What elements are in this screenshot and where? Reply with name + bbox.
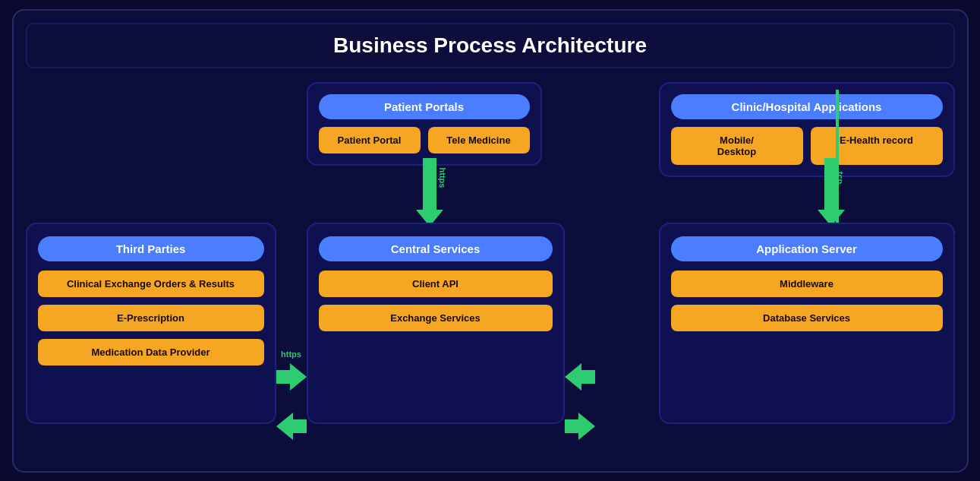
tcp-down-arrow: tcp <box>818 158 845 226</box>
central-services-title: Central Services <box>319 236 553 261</box>
client-api-btn: Client API <box>319 271 553 297</box>
patient-portal-btn: Patient Portal <box>319 127 421 153</box>
patient-portals-box: Patient Portals Patient Portal Tele Medi… <box>307 82 542 166</box>
app-central-shaft <box>581 370 595 384</box>
https-right-arrow: https <box>276 363 307 391</box>
middleware-btn: Middleware <box>671 271 943 297</box>
right-vline <box>836 90 839 234</box>
mobile-desktop-btn: Mobile/ Desktop <box>671 127 803 165</box>
exchange-left-head <box>276 413 293 440</box>
third-parties-title: Third Parties <box>38 236 264 261</box>
title-bar: Business Process Architecture <box>26 23 955 68</box>
eprescription-btn: E-Prescription <box>38 305 264 331</box>
diagram-area: Patient Portals Patient Portal Tele Medi… <box>26 82 955 447</box>
https-right-head <box>290 363 307 391</box>
clinical-exchange-btn: Clinical Exchange Orders & Results <box>38 271 264 297</box>
page-title: Business Process Architecture <box>36 33 944 58</box>
https-down-arrow: https <box>416 158 443 226</box>
exchange-services-btn: Exchange Services <box>319 305 553 331</box>
tele-medicine-btn: Tele Medicine <box>428 127 530 153</box>
https-right-shaft <box>276 370 290 384</box>
application-server-box: Application Server Middleware Database S… <box>659 223 955 424</box>
third-parties-box: Third Parties Clinical Exchange Orders &… <box>26 223 276 424</box>
clinic-inner: Mobile/ Desktop E-Health record <box>671 127 943 165</box>
app-to-central-arrow <box>565 363 595 391</box>
clinic-box: Clinic/Hospital Applications Mobile/ Des… <box>659 82 955 177</box>
main-container: Business Process Architecture Patient Po… <box>12 9 969 473</box>
central-to-app-arrow <box>565 413 595 440</box>
central-services-box: Central Services Client API Exchange Ser… <box>307 223 565 424</box>
medication-data-btn: Medication Data Provider <box>38 339 264 365</box>
central-app-shaft <box>565 419 578 433</box>
https-right-label: https <box>281 350 301 359</box>
exchange-left-shaft <box>293 419 307 433</box>
clinic-title: Clinic/Hospital Applications <box>671 94 943 119</box>
central-app-head <box>578 413 595 440</box>
https-label: https <box>438 167 447 188</box>
application-server-title: Application Server <box>671 236 943 261</box>
patient-portals-inner: Patient Portal Tele Medicine <box>319 127 530 153</box>
exchange-left-arrow <box>276 413 307 440</box>
database-services-btn: Database Services <box>671 305 943 331</box>
https-shaft-v <box>423 158 436 210</box>
app-central-head <box>565 363 581 391</box>
patient-portals-title: Patient Portals <box>319 94 530 119</box>
